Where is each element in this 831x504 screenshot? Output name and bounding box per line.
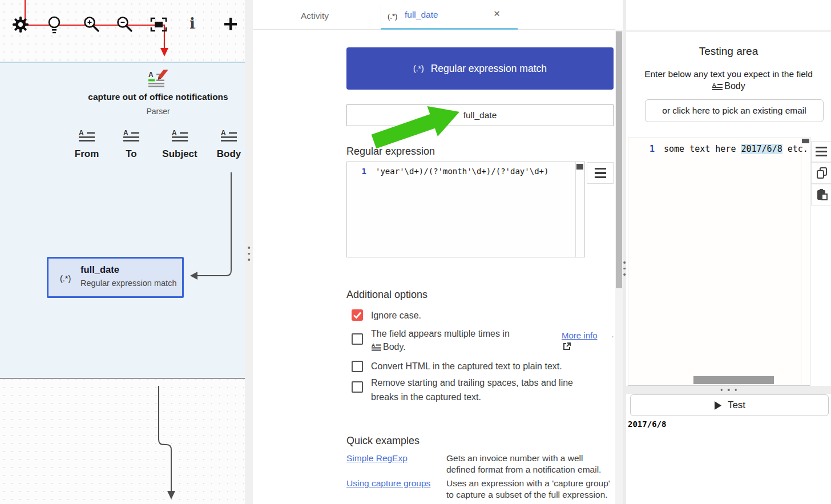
regex-code-editor[interactable]: 1 'year'\d+)/(?'month'\d+)/(?'day'\d+) bbox=[346, 162, 585, 257]
test-editor-scrollbar[interactable] bbox=[801, 137, 801, 386]
option-label-multiple-line1: The field appears multiple times in bbox=[371, 329, 510, 339]
testing-resize-handle[interactable] bbox=[626, 386, 831, 394]
field-label: To bbox=[108, 148, 154, 160]
drag-dots-icon bbox=[720, 389, 737, 391]
checkbox-convert-html[interactable] bbox=[352, 361, 363, 372]
checkbox-multiple-times[interactable] bbox=[352, 333, 363, 345]
info-icon[interactable]: i bbox=[189, 15, 195, 32]
menu-icon bbox=[595, 168, 606, 178]
tab-full-date[interactable]: (.*) full_date × bbox=[381, 0, 518, 30]
capture-groups-link[interactable]: Using capture groups bbox=[346, 478, 430, 489]
match-highlight: 2017/6/8 bbox=[741, 144, 782, 154]
editor-scrollbar[interactable] bbox=[575, 162, 584, 257]
regex-code: 'year'\d+)/(?'month'\d+)/(?'day'\d+) bbox=[376, 167, 548, 176]
option-label-multiple-line2: A Body. bbox=[371, 342, 406, 352]
example-desc: Uses an expression with a 'capture group… bbox=[446, 478, 610, 489]
regex-match-type-button[interactable]: (.*) Regular expression match bbox=[346, 47, 614, 90]
app-window: i A capture out of office notif bbox=[0, 0, 831, 504]
tab-full-date-label: full_date bbox=[405, 10, 438, 20]
drag-dots-icon bbox=[248, 247, 250, 261]
body-field-icon: A bbox=[712, 82, 723, 91]
svg-text:A: A bbox=[123, 129, 128, 137]
tab-activity-label: Activity bbox=[301, 11, 329, 21]
zoom-in-icon[interactable] bbox=[83, 16, 100, 35]
option-label-convert-html: Convert HTML in the captured text to pla… bbox=[371, 361, 562, 372]
simple-regexp-link[interactable]: Simple RegExp bbox=[346, 453, 408, 463]
option-label-trim-line1: Remove starting and trailing spaces, tab… bbox=[371, 378, 573, 388]
close-tab-icon[interactable]: × bbox=[494, 7, 500, 20]
node-title: full_date bbox=[80, 264, 119, 275]
editor-scrollbar-thumb[interactable] bbox=[576, 164, 583, 170]
test-editor-menu-button[interactable] bbox=[811, 141, 831, 162]
example-desc: Gets an invoice number with a well bbox=[446, 453, 583, 463]
copy-icon bbox=[816, 166, 828, 180]
line-number: 1 bbox=[646, 144, 655, 154]
testing-area-heading: Testing area bbox=[626, 45, 831, 58]
field-subject[interactable]: A Subject bbox=[157, 129, 203, 160]
testing-subtitle: Enter below any text you expect in the f… bbox=[626, 69, 831, 79]
svg-text:A: A bbox=[172, 129, 177, 137]
regex-match-type-label: Regular expression match bbox=[431, 63, 547, 75]
example-desc: to capture a subset of the full expressi… bbox=[446, 490, 608, 500]
flow-canvas[interactable]: i A capture out of office notif bbox=[0, 0, 245, 504]
field-icon: A bbox=[77, 129, 96, 144]
zoom-out-icon[interactable] bbox=[116, 16, 134, 35]
settings-gear-icon[interactable] bbox=[11, 15, 30, 36]
play-icon bbox=[713, 401, 722, 410]
field-icon: A bbox=[170, 129, 189, 144]
example-desc: defined format from a notification email… bbox=[446, 465, 601, 475]
pick-existing-email-button[interactable]: or click here to pick an existing email bbox=[645, 99, 824, 122]
test-editor-scrollbar-thumb[interactable] bbox=[802, 139, 809, 143]
middle-panel-scrollbar-thumb[interactable] bbox=[616, 31, 622, 288]
external-link-icon[interactable] bbox=[562, 341, 572, 353]
field-name-input[interactable] bbox=[346, 104, 614, 126]
svg-text:A: A bbox=[221, 129, 226, 137]
paste-icon bbox=[816, 188, 828, 201]
node-full-date[interactable]: (.*) full_date Regular expression match bbox=[47, 257, 184, 298]
option-label-trim-line2: breaks in the captured text. bbox=[371, 392, 481, 402]
parser-node-icon: A bbox=[147, 70, 168, 91]
right-panel-top-border bbox=[626, 30, 831, 32]
test-text: some text here 2017/6/8 etc. bbox=[664, 144, 808, 154]
regex-section-label: Regular expression bbox=[346, 146, 435, 158]
line-number: 1 bbox=[357, 167, 366, 176]
add-node-icon[interactable] bbox=[224, 17, 237, 33]
checkbox-ignore-case[interactable] bbox=[352, 309, 363, 321]
option-label-ignore-case: Ignore case. bbox=[371, 311, 421, 321]
paste-button[interactable] bbox=[811, 184, 831, 205]
field-to[interactable]: A To bbox=[108, 129, 154, 160]
field-label: From bbox=[64, 148, 110, 160]
test-editor-border bbox=[810, 137, 810, 386]
editor-menu-button[interactable] bbox=[587, 162, 614, 184]
parser-node-subtitle: Parser bbox=[38, 107, 278, 116]
panel-resize-handle-right[interactable] bbox=[623, 0, 626, 504]
regex-badge: (.*) bbox=[413, 64, 424, 73]
node-subtitle: Regular expression match bbox=[80, 279, 176, 288]
tooltip-dot: · bbox=[611, 331, 614, 341]
active-tab-underline bbox=[381, 28, 518, 30]
fit-to-screen-icon[interactable] bbox=[149, 16, 168, 35]
test-editor-hscrollbar-thumb[interactable] bbox=[693, 376, 774, 384]
more-info-link[interactable]: More info bbox=[562, 330, 598, 340]
quick-examples-heading: Quick examples bbox=[346, 435, 419, 447]
menu-icon bbox=[816, 147, 827, 157]
checkbox-trim-spaces[interactable] bbox=[352, 381, 363, 393]
regex-badge: (.*) bbox=[60, 274, 71, 283]
check-icon bbox=[352, 309, 363, 321]
test-result-value: 2017/6/8 bbox=[628, 420, 666, 429]
drag-dots-icon bbox=[623, 261, 626, 276]
parser-node-title[interactable]: capture out of office notifications bbox=[38, 92, 278, 102]
additional-options-heading: Additional options bbox=[346, 289, 427, 301]
panel-resize-handle-left[interactable] bbox=[245, 0, 253, 504]
testing-subtitle-field: A Body bbox=[626, 81, 831, 91]
copy-button[interactable] bbox=[811, 162, 831, 184]
tab-activity[interactable]: Activity bbox=[288, 0, 362, 30]
lightbulb-icon[interactable] bbox=[47, 15, 62, 38]
test-text-editor[interactable]: 1 some text here 2017/6/8 etc. bbox=[628, 137, 810, 386]
svg-text:A: A bbox=[79, 129, 84, 137]
field-from[interactable]: A From bbox=[64, 129, 110, 160]
body-field-icon: A bbox=[371, 342, 382, 352]
regex-badge: (.*) bbox=[388, 12, 397, 21]
field-label: Subject bbox=[157, 148, 203, 160]
test-button[interactable]: Test bbox=[630, 394, 829, 416]
